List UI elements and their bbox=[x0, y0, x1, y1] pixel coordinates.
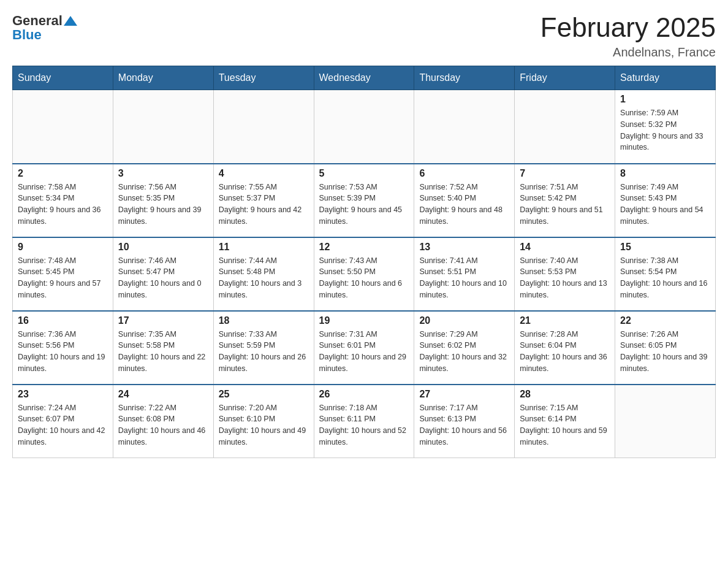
calendar-day-cell: 10Sunrise: 7:46 AM Sunset: 5:47 PM Dayli… bbox=[113, 237, 213, 311]
day-info: Sunrise: 7:51 AM Sunset: 5:42 PM Dayligh… bbox=[520, 182, 610, 228]
calendar-day-cell: 6Sunrise: 7:52 AM Sunset: 5:40 PM Daylig… bbox=[414, 164, 515, 237]
calendar-day-cell: 1Sunrise: 7:59 AM Sunset: 5:32 PM Daylig… bbox=[615, 90, 716, 164]
calendar-week-row: 23Sunrise: 7:24 AM Sunset: 6:07 PM Dayli… bbox=[13, 385, 716, 458]
day-number: 7 bbox=[520, 168, 610, 179]
calendar-day-cell bbox=[314, 90, 414, 164]
calendar-day-cell: 18Sunrise: 7:33 AM Sunset: 5:59 PM Dayli… bbox=[213, 311, 314, 385]
calendar-day-cell bbox=[515, 90, 615, 164]
page-header: General Blue February 2025 Andelnans, Fr… bbox=[12, 12, 716, 59]
logo-text-blue: Blue bbox=[12, 27, 42, 43]
calendar-day-cell: 5Sunrise: 7:53 AM Sunset: 5:39 PM Daylig… bbox=[314, 164, 414, 237]
logo-triangle-icon bbox=[64, 15, 77, 27]
calendar-day-cell: 21Sunrise: 7:28 AM Sunset: 6:04 PM Dayli… bbox=[515, 311, 615, 385]
day-number: 19 bbox=[319, 315, 409, 326]
calendar-day-cell bbox=[615, 385, 716, 458]
day-info: Sunrise: 7:20 AM Sunset: 6:10 PM Dayligh… bbox=[219, 402, 309, 448]
day-number: 17 bbox=[118, 315, 208, 326]
day-number: 12 bbox=[319, 242, 409, 253]
calendar-day-cell: 12Sunrise: 7:43 AM Sunset: 5:50 PM Dayli… bbox=[314, 237, 414, 311]
day-number: 1 bbox=[620, 94, 710, 105]
day-info: Sunrise: 7:15 AM Sunset: 6:14 PM Dayligh… bbox=[520, 402, 610, 448]
calendar-day-cell: 15Sunrise: 7:38 AM Sunset: 5:54 PM Dayli… bbox=[615, 237, 716, 311]
day-number: 9 bbox=[18, 242, 108, 253]
calendar-week-row: 1Sunrise: 7:59 AM Sunset: 5:32 PM Daylig… bbox=[13, 90, 716, 164]
day-info: Sunrise: 7:48 AM Sunset: 5:45 PM Dayligh… bbox=[18, 255, 108, 301]
calendar-day-cell: 2Sunrise: 7:58 AM Sunset: 5:34 PM Daylig… bbox=[13, 164, 113, 237]
calendar-week-row: 16Sunrise: 7:36 AM Sunset: 5:56 PM Dayli… bbox=[13, 311, 716, 385]
day-number: 26 bbox=[319, 389, 409, 400]
calendar-header-row: SundayMondayTuesdayWednesdayThursdayFrid… bbox=[13, 66, 716, 90]
day-number: 14 bbox=[520, 242, 610, 253]
day-info: Sunrise: 7:26 AM Sunset: 6:05 PM Dayligh… bbox=[620, 329, 710, 375]
calendar-day-cell: 27Sunrise: 7:17 AM Sunset: 6:13 PM Dayli… bbox=[414, 385, 515, 458]
day-number: 20 bbox=[419, 315, 509, 326]
calendar-day-cell: 8Sunrise: 7:49 AM Sunset: 5:43 PM Daylig… bbox=[615, 164, 716, 237]
day-number: 6 bbox=[419, 168, 509, 179]
calendar-day-cell: 16Sunrise: 7:36 AM Sunset: 5:56 PM Dayli… bbox=[13, 311, 113, 385]
day-info: Sunrise: 7:53 AM Sunset: 5:39 PM Dayligh… bbox=[319, 182, 409, 228]
calendar-day-header: Monday bbox=[113, 66, 213, 90]
day-number: 28 bbox=[520, 389, 610, 400]
day-info: Sunrise: 7:46 AM Sunset: 5:47 PM Dayligh… bbox=[118, 255, 208, 301]
day-number: 4 bbox=[219, 168, 309, 179]
calendar-day-cell: 3Sunrise: 7:56 AM Sunset: 5:35 PM Daylig… bbox=[113, 164, 213, 237]
calendar-day-header: Wednesday bbox=[314, 66, 414, 90]
calendar-day-cell: 19Sunrise: 7:31 AM Sunset: 6:01 PM Dayli… bbox=[314, 311, 414, 385]
logo: General Blue bbox=[12, 12, 77, 43]
calendar-day-cell: 22Sunrise: 7:26 AM Sunset: 6:05 PM Dayli… bbox=[615, 311, 716, 385]
day-number: 18 bbox=[219, 315, 309, 326]
calendar-day-header: Thursday bbox=[414, 66, 515, 90]
calendar-day-cell: 4Sunrise: 7:55 AM Sunset: 5:37 PM Daylig… bbox=[213, 164, 314, 237]
day-number: 21 bbox=[520, 315, 610, 326]
day-info: Sunrise: 7:56 AM Sunset: 5:35 PM Dayligh… bbox=[118, 182, 208, 228]
day-info: Sunrise: 7:38 AM Sunset: 5:54 PM Dayligh… bbox=[620, 255, 710, 301]
day-info: Sunrise: 7:18 AM Sunset: 6:11 PM Dayligh… bbox=[319, 402, 409, 448]
day-number: 10 bbox=[118, 242, 208, 253]
calendar-day-cell: 17Sunrise: 7:35 AM Sunset: 5:58 PM Dayli… bbox=[113, 311, 213, 385]
day-info: Sunrise: 7:59 AM Sunset: 5:32 PM Dayligh… bbox=[620, 107, 710, 153]
calendar-day-cell bbox=[113, 90, 213, 164]
day-info: Sunrise: 7:43 AM Sunset: 5:50 PM Dayligh… bbox=[319, 255, 409, 301]
day-info: Sunrise: 7:35 AM Sunset: 5:58 PM Dayligh… bbox=[118, 329, 208, 375]
calendar-table: SundayMondayTuesdayWednesdayThursdayFrid… bbox=[12, 66, 716, 458]
day-number: 2 bbox=[18, 168, 108, 179]
day-number: 25 bbox=[219, 389, 309, 400]
day-number: 16 bbox=[18, 315, 108, 326]
day-info: Sunrise: 7:28 AM Sunset: 6:04 PM Dayligh… bbox=[520, 329, 610, 375]
calendar-day-cell bbox=[13, 90, 113, 164]
day-info: Sunrise: 7:31 AM Sunset: 6:01 PM Dayligh… bbox=[319, 329, 409, 375]
day-info: Sunrise: 7:29 AM Sunset: 6:02 PM Dayligh… bbox=[419, 329, 509, 375]
day-number: 27 bbox=[419, 389, 509, 400]
day-info: Sunrise: 7:36 AM Sunset: 5:56 PM Dayligh… bbox=[18, 329, 108, 375]
day-info: Sunrise: 7:49 AM Sunset: 5:43 PM Dayligh… bbox=[620, 182, 710, 228]
calendar-day-header: Saturday bbox=[615, 66, 716, 90]
day-info: Sunrise: 7:33 AM Sunset: 5:59 PM Dayligh… bbox=[219, 329, 309, 375]
day-info: Sunrise: 7:55 AM Sunset: 5:37 PM Dayligh… bbox=[219, 182, 309, 228]
calendar-day-header: Sunday bbox=[13, 66, 113, 90]
day-number: 23 bbox=[18, 389, 108, 400]
calendar-day-header: Friday bbox=[515, 66, 615, 90]
day-number: 22 bbox=[620, 315, 710, 326]
calendar-day-cell: 20Sunrise: 7:29 AM Sunset: 6:02 PM Dayli… bbox=[414, 311, 515, 385]
calendar-day-cell: 14Sunrise: 7:40 AM Sunset: 5:53 PM Dayli… bbox=[515, 237, 615, 311]
day-number: 11 bbox=[219, 242, 309, 253]
day-info: Sunrise: 7:41 AM Sunset: 5:51 PM Dayligh… bbox=[419, 255, 509, 301]
calendar-day-cell: 9Sunrise: 7:48 AM Sunset: 5:45 PM Daylig… bbox=[13, 237, 113, 311]
day-info: Sunrise: 7:24 AM Sunset: 6:07 PM Dayligh… bbox=[18, 402, 108, 448]
day-number: 15 bbox=[620, 242, 710, 253]
day-info: Sunrise: 7:17 AM Sunset: 6:13 PM Dayligh… bbox=[419, 402, 509, 448]
day-info: Sunrise: 7:40 AM Sunset: 5:53 PM Dayligh… bbox=[520, 255, 610, 301]
calendar-day-cell: 26Sunrise: 7:18 AM Sunset: 6:11 PM Dayli… bbox=[314, 385, 414, 458]
calendar-week-row: 9Sunrise: 7:48 AM Sunset: 5:45 PM Daylig… bbox=[13, 237, 716, 311]
day-number: 5 bbox=[319, 168, 409, 179]
title-section: February 2025 Andelnans, France bbox=[540, 12, 716, 59]
calendar-day-cell: 25Sunrise: 7:20 AM Sunset: 6:10 PM Dayli… bbox=[213, 385, 314, 458]
day-info: Sunrise: 7:52 AM Sunset: 5:40 PM Dayligh… bbox=[419, 182, 509, 228]
day-number: 24 bbox=[118, 389, 208, 400]
day-info: Sunrise: 7:44 AM Sunset: 5:48 PM Dayligh… bbox=[219, 255, 309, 301]
calendar-day-cell: 13Sunrise: 7:41 AM Sunset: 5:51 PM Dayli… bbox=[414, 237, 515, 311]
calendar-day-cell: 11Sunrise: 7:44 AM Sunset: 5:48 PM Dayli… bbox=[213, 237, 314, 311]
calendar-day-cell bbox=[414, 90, 515, 164]
calendar-day-cell: 23Sunrise: 7:24 AM Sunset: 6:07 PM Dayli… bbox=[13, 385, 113, 458]
day-number: 13 bbox=[419, 242, 509, 253]
